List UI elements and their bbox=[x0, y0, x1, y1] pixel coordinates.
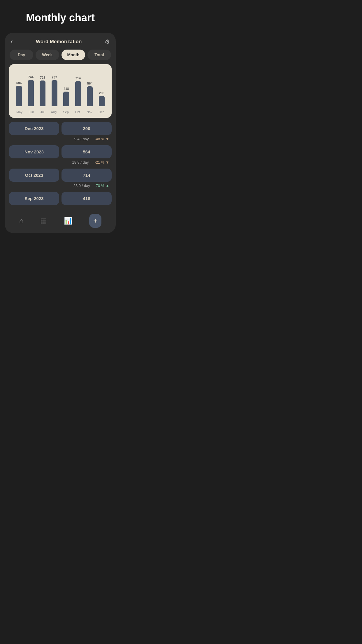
bar-value: 418 bbox=[64, 87, 69, 90]
stat-count-label: 290 bbox=[61, 122, 112, 135]
tab-day[interactable]: Day bbox=[10, 50, 33, 60]
bar-value: 564 bbox=[87, 82, 92, 85]
bar-col: 744 bbox=[28, 75, 34, 106]
stat-row: Nov 202356418.8 / day-21 % ▼ bbox=[9, 145, 112, 167]
tab-total[interactable]: Total bbox=[87, 50, 111, 60]
stat-sub: 18.8 / day-21 % ▼ bbox=[9, 159, 112, 167]
chart-icon[interactable]: 📊 bbox=[64, 217, 73, 225]
stat-month-label[interactable]: Oct 2023 bbox=[9, 169, 59, 182]
stat-change: 70 % ▲ bbox=[96, 183, 109, 188]
stats-list: Dec 20232909.4 / day-48 % ▼Nov 202356418… bbox=[5, 118, 116, 207]
stat-count-label: 564 bbox=[61, 145, 112, 158]
home-icon[interactable]: ⌂ bbox=[19, 217, 24, 225]
stat-row: Sep 2023418 bbox=[9, 192, 112, 206]
card-header: ‹ Word Memorization ⚙ bbox=[5, 33, 116, 50]
month-labels: MayJunJulAugSepOctNovDec bbox=[13, 108, 108, 114]
tab-month[interactable]: Month bbox=[61, 50, 85, 60]
bar bbox=[52, 80, 57, 106]
bar-value: 744 bbox=[28, 75, 34, 79]
bar-month-label: Jun bbox=[29, 110, 34, 114]
bars-container: 596744728737418714564290 bbox=[13, 71, 108, 106]
bar-col: 418 bbox=[63, 87, 69, 106]
bar-month-label: Aug bbox=[51, 110, 57, 114]
bar bbox=[99, 96, 105, 106]
bar-month-label: Sep bbox=[63, 110, 69, 114]
bar bbox=[63, 92, 69, 106]
bar-col: 290 bbox=[99, 91, 105, 106]
bar-col: 737 bbox=[52, 76, 57, 106]
bar-value: 596 bbox=[16, 81, 22, 85]
bar-month-label: Oct bbox=[75, 110, 80, 114]
bar-month-label: Jul bbox=[41, 110, 45, 114]
bar-month-label: Nov bbox=[87, 110, 92, 114]
stat-count-label: 714 bbox=[61, 169, 112, 182]
back-button[interactable]: ‹ bbox=[11, 38, 13, 46]
page-title: Monthly chart bbox=[26, 12, 95, 24]
tab-week[interactable]: Week bbox=[36, 50, 59, 60]
phone-card: ‹ Word Memorization ⚙ Day Week Month Tot… bbox=[5, 33, 116, 233]
stat-sub: 9.4 / day-48 % ▼ bbox=[9, 136, 112, 144]
bar-col: 714 bbox=[75, 76, 81, 106]
bar bbox=[75, 81, 81, 106]
stat-per-day: 9.4 / day bbox=[74, 137, 89, 141]
bar-month-label: May bbox=[16, 110, 22, 114]
tab-row: Day Week Month Total bbox=[5, 50, 116, 64]
bar-col: 564 bbox=[87, 82, 93, 106]
add-button[interactable]: + bbox=[89, 214, 101, 228]
bar-col: 596 bbox=[16, 81, 22, 106]
bar-month-label: Dec bbox=[99, 110, 104, 114]
app-title: Word Memorization bbox=[36, 39, 82, 45]
bar-value: 737 bbox=[52, 76, 57, 79]
stat-month-label[interactable]: Nov 2023 bbox=[9, 145, 59, 158]
bottom-nav: ⌂ ▦ 📊 + bbox=[5, 210, 116, 233]
stat-main: Nov 2023564 bbox=[9, 145, 112, 158]
stat-per-day: 18.8 / day bbox=[72, 160, 89, 164]
stat-change: -48 % ▼ bbox=[95, 137, 109, 141]
stat-month-label[interactable]: Sep 2023 bbox=[9, 192, 59, 205]
settings-icon[interactable]: ⚙ bbox=[105, 38, 110, 45]
stat-change: -21 % ▼ bbox=[95, 160, 109, 164]
bar-value: 714 bbox=[75, 76, 81, 80]
stat-main: Sep 2023418 bbox=[9, 192, 112, 205]
bar bbox=[40, 80, 45, 106]
stat-main: Oct 2023714 bbox=[9, 169, 112, 182]
stat-row: Dec 20232909.4 / day-48 % ▼ bbox=[9, 122, 112, 144]
stat-month-label[interactable]: Dec 2023 bbox=[9, 122, 59, 135]
stat-per-day: 23.0 / day bbox=[73, 183, 90, 188]
bar bbox=[87, 86, 93, 106]
bar-value: 290 bbox=[99, 91, 104, 95]
stat-row: Oct 202371423.0 / day70 % ▲ bbox=[9, 169, 112, 191]
bar bbox=[28, 80, 34, 106]
chart-area: 596744728737418714564290 MayJunJulAugSep… bbox=[9, 64, 112, 118]
bar-col: 728 bbox=[40, 76, 45, 106]
bar-value: 728 bbox=[40, 76, 45, 79]
stat-count-label: 418 bbox=[61, 192, 112, 205]
bar bbox=[16, 86, 22, 106]
calendar-icon[interactable]: ▦ bbox=[40, 217, 47, 225]
stat-sub: 23.0 / day70 % ▲ bbox=[9, 182, 112, 191]
stat-main: Dec 2023290 bbox=[9, 122, 112, 135]
